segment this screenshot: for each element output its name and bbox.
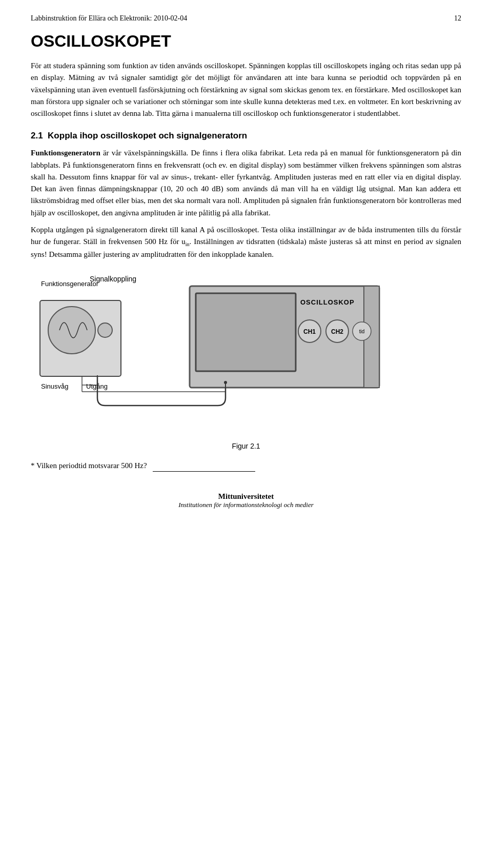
answer-line <box>153 459 255 472</box>
svg-rect-8 <box>364 286 379 388</box>
page-footer: Mittuniversitetet Institutionen för info… <box>31 492 461 509</box>
svg-rect-9 <box>196 293 296 371</box>
page-title: OSCILLOSKOPET <box>31 32 461 51</box>
funktionsgeneratorn-bold: Funktionsgeneratorn <box>31 149 100 157</box>
diagram-svg: OSCILLOSKOP CH1 CH2 tid Sinusvåg Utgång <box>31 275 461 434</box>
svg-rect-0 <box>40 300 121 376</box>
section-title-text: Koppla ihop oscilloskopet och signalgene… <box>48 131 247 140</box>
svg-point-18 <box>224 381 227 384</box>
main-paragraph-3: Koppla utgången på signalgeneratorn dire… <box>31 224 461 260</box>
intro-paragraph: För att studera spänning som funktion av… <box>31 60 461 119</box>
svg-text:Sinusvåg: Sinusvåg <box>41 382 68 390</box>
section-heading: 2.1 Koppla ihop oscilloskopet och signal… <box>31 131 461 141</box>
footer-university: Mittuniversitetet <box>31 492 461 501</box>
svg-rect-7 <box>190 286 379 388</box>
svg-point-11 <box>298 320 321 342</box>
svg-point-15 <box>353 322 371 340</box>
svg-point-1 <box>48 307 95 354</box>
svg-point-13 <box>326 320 348 342</box>
svg-text:tid: tid <box>359 329 365 334</box>
footer-dept: Institutionen för informationsteknologi … <box>31 501 461 509</box>
svg-point-2 <box>98 323 112 337</box>
figur-label: Figur 2.1 <box>31 442 461 450</box>
svg-text:CH2: CH2 <box>331 328 343 335</box>
header-left: Labbinstruktion för Ellära och Elektroni… <box>31 14 187 23</box>
page-header: Labbinstruktion för Ellära och Elektroni… <box>31 14 461 23</box>
page-number: 12 <box>454 14 461 23</box>
svg-text:OSCILLOSKOP: OSCILLOSKOP <box>300 298 355 306</box>
diagram-area: OSCILLOSKOP CH1 CH2 tid Sinusvåg Utgång … <box>31 275 461 434</box>
section-number: 2.1 <box>31 131 43 140</box>
main-paragraph-2: Funktionsgeneratorn är vår växelspänning… <box>31 147 461 219</box>
question-text: * Vilken periodtid motsvarar 500 Hz? <box>31 459 461 472</box>
funktionsgenerator-label: Funktionsgenerator <box>41 280 98 288</box>
subscript-in: in <box>186 241 190 247</box>
svg-text:Utgång: Utgång <box>86 382 108 390</box>
svg-text:CH1: CH1 <box>303 328 316 335</box>
